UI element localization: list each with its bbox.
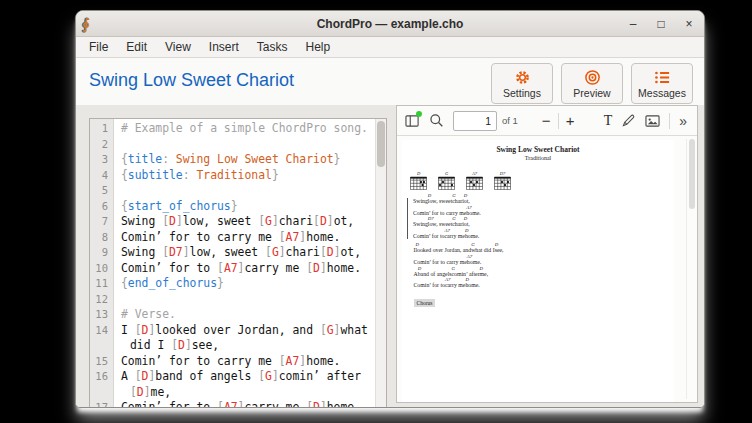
editor-line[interactable]: 4{subtitle: Traditional} bbox=[90, 168, 375, 184]
chord-label: D bbox=[495, 242, 498, 248]
chord-label: D bbox=[464, 193, 467, 199]
chord-label: A7 bbox=[466, 205, 471, 211]
app-window: ∮ ChordPro — example.cho – □ × FileEditV… bbox=[75, 10, 705, 408]
song-line: A Dband of angels Gcomin’ after Dme, bbox=[414, 271, 675, 277]
editor-line[interactable]: 6{start_of_chorus} bbox=[90, 199, 375, 215]
messages-button-label: Messages bbox=[638, 87, 686, 99]
pdf-preview-pane: of 1 − + T bbox=[396, 105, 698, 403]
menu-item-edit[interactable]: Edit bbox=[117, 37, 156, 58]
line-number: 10 bbox=[90, 261, 115, 277]
search-icon[interactable] bbox=[429, 113, 444, 128]
page-count-label: of 1 bbox=[502, 115, 518, 126]
editor-line[interactable]: 3{title: Swing Low Sweet Chariot} bbox=[90, 152, 375, 168]
menu-item-help[interactable]: Help bbox=[297, 37, 340, 58]
menu-bar: FileEditViewInsertTasksHelp bbox=[76, 37, 704, 58]
text-tool-button[interactable]: T bbox=[604, 114, 613, 128]
chord-label: D7 bbox=[428, 216, 434, 222]
line-number: 8 bbox=[90, 230, 115, 246]
chord-diagrams: DGA7D7 bbox=[410, 171, 674, 190]
line-number: 5 bbox=[90, 183, 115, 199]
page-number-input[interactable] bbox=[453, 111, 497, 131]
chord-label: D bbox=[465, 228, 468, 234]
menu-item-insert[interactable]: Insert bbox=[200, 37, 248, 58]
editor-line[interactable]: 12 bbox=[90, 292, 375, 308]
chord-diagram-a7: A7 bbox=[466, 171, 483, 190]
line-number: 16 bbox=[90, 369, 115, 400]
minimize-button[interactable]: – bbox=[626, 11, 640, 37]
editor-line[interactable]: 16A [D]band of angels [G]comin’ after [D… bbox=[90, 369, 375, 400]
editor-line[interactable]: 7Swing [D]low, sweet [G]chari[D]ot, bbox=[90, 214, 375, 230]
chord-label: A7 bbox=[467, 254, 472, 260]
menu-item-tasks[interactable]: Tasks bbox=[248, 37, 297, 58]
line-number: 12 bbox=[90, 292, 115, 308]
line-number: 17 bbox=[90, 400, 115, 408]
preview-button-label: Preview bbox=[573, 87, 610, 99]
close-button[interactable]: × bbox=[682, 11, 696, 37]
editor-line[interactable]: 9Swing [D7]low, sweet [G]chari[D]ot, bbox=[90, 245, 375, 261]
editor-line[interactable]: 8Comin’ for to carry me [A7]home. bbox=[90, 230, 375, 246]
zoom-in-button[interactable]: + bbox=[566, 112, 575, 129]
song-line: Comin’ for to A7carry me Dhome. bbox=[413, 233, 674, 239]
source-editor[interactable]: 1# Example of a simple ChordPro song.23{… bbox=[89, 118, 387, 408]
gear-icon bbox=[514, 69, 531, 86]
editor-scrollbar-thumb[interactable] bbox=[377, 121, 385, 167]
chord-label: D bbox=[464, 216, 467, 222]
settings-button[interactable]: Settings bbox=[491, 63, 553, 104]
line-number: 1 bbox=[90, 121, 115, 137]
editor-line[interactable]: 15Comin’ for to carry me [A7]home. bbox=[90, 354, 375, 370]
zoom-out-button[interactable]: − bbox=[542, 112, 551, 129]
main-area: 1# Example of a simple ChordPro song.23{… bbox=[76, 105, 704, 407]
chord-diagram-d7: D7 bbox=[494, 171, 511, 190]
messages-button[interactable]: Messages bbox=[631, 63, 693, 104]
chord-label: G bbox=[471, 242, 474, 248]
line-number: 7 bbox=[90, 214, 115, 230]
preview-scrollbar-thumb[interactable] bbox=[689, 139, 695, 209]
editor-line[interactable]: 10Comin’ for to [A7]carry me [D]home. bbox=[90, 261, 375, 277]
chord-label: D bbox=[428, 193, 431, 199]
chord-label: G bbox=[452, 216, 455, 222]
chord-label: G bbox=[452, 266, 455, 272]
image-tool-icon[interactable] bbox=[645, 114, 660, 128]
chord-label: D bbox=[418, 266, 421, 272]
section-tag: Chorus bbox=[414, 299, 436, 307]
editor-line[interactable]: 1# Example of a simple ChordPro song. bbox=[90, 121, 375, 137]
menu-item-view[interactable]: View bbox=[156, 37, 200, 58]
more-tools-chevrons[interactable]: » bbox=[679, 114, 687, 128]
editor-text[interactable]: 1# Example of a simple ChordPro song.23{… bbox=[90, 121, 375, 408]
sidebar-toggle-icon[interactable] bbox=[405, 114, 420, 128]
title-bar[interactable]: ∮ ChordPro — example.cho – □ × bbox=[76, 11, 704, 37]
chord-label: A7 bbox=[444, 228, 449, 234]
settings-button-label: Settings bbox=[503, 87, 541, 99]
song-line: Swing D7low, sweet GchariDot, bbox=[413, 221, 674, 227]
chord-diagram-d: D bbox=[410, 171, 427, 190]
editor-line[interactable]: 11{end_of_chorus} bbox=[90, 276, 375, 292]
editor-line[interactable]: 17Comin’ for to [A7]carry me [D]home. bbox=[90, 400, 375, 408]
editor-line[interactable]: 13# Verse. bbox=[90, 307, 375, 323]
pdf-page: Swing Low Sweet Chariot Traditional DGA7… bbox=[402, 140, 674, 402]
editor-line[interactable]: 14I [D]looked over Jordan, and [G]what d… bbox=[90, 323, 375, 354]
line-number: 11 bbox=[90, 276, 115, 292]
song-line: Comin’ for to carry me A7home. bbox=[413, 210, 674, 216]
window-title: ChordPro — example.cho bbox=[76, 17, 704, 31]
preview-scroll-area[interactable]: Swing Low Sweet Chariot Traditional DGA7… bbox=[397, 136, 697, 402]
menu-item-file[interactable]: File bbox=[80, 37, 117, 58]
preview-button[interactable]: Preview bbox=[561, 63, 623, 104]
editor-scrollbar[interactable] bbox=[375, 119, 386, 408]
doc-title: Swing Low Sweet Chariot bbox=[402, 140, 674, 154]
editor-line[interactable]: 2 bbox=[90, 137, 375, 153]
song-line: Comin’ for to carry me A7home. bbox=[414, 259, 675, 265]
preview-scrollbar[interactable] bbox=[686, 139, 695, 399]
maximize-button[interactable]: □ bbox=[654, 11, 668, 37]
song-line: Comin’ for to A7carry me Dhome. bbox=[414, 282, 675, 288]
line-number: 9 bbox=[90, 245, 115, 261]
page-title: Swing Low Sweet Chariot bbox=[89, 70, 294, 91]
song-body: Swing Dlow, sweet GchariDot,Comin’ for t… bbox=[402, 198, 674, 309]
toolbar-separator bbox=[558, 113, 559, 129]
editor-line[interactable]: 5 bbox=[90, 183, 375, 199]
line-number: 13 bbox=[90, 307, 115, 323]
eye-icon bbox=[584, 69, 601, 86]
chorus-section: Swing Dlow, sweet GchariDot,Comin’ for t… bbox=[407, 198, 674, 239]
chord-label: A7 bbox=[445, 277, 450, 283]
annotate-pencil-icon[interactable] bbox=[621, 113, 636, 128]
toolbar-separator bbox=[669, 113, 670, 129]
